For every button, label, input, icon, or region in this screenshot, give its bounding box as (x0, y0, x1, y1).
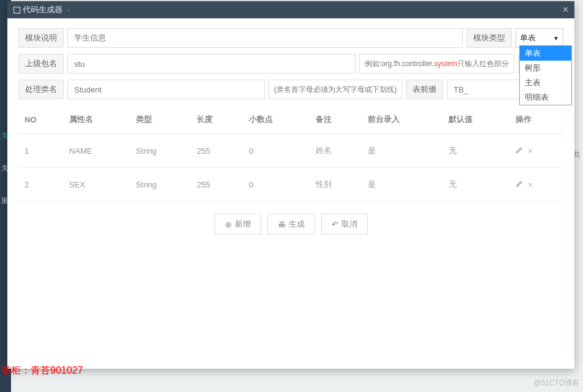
cell-front: 是 (362, 168, 443, 202)
edit-icon[interactable] (516, 146, 523, 156)
cell-len: 255 (191, 168, 243, 202)
table-row: 2SEXString2550性别是无× (18, 168, 563, 202)
dropdown-option[interactable]: 树形 (520, 61, 571, 75)
col-decimal: 小数点 (243, 105, 310, 134)
col-type: 类型 (130, 105, 191, 134)
parent-pkg-input[interactable] (67, 54, 356, 74)
col-attr: 属性名 (63, 105, 130, 134)
dropdown-option[interactable]: 明细表 (520, 90, 571, 105)
cell-decimal: 0 (243, 168, 310, 202)
module-type-dropdown: 单表树形主表明细表 (519, 45, 572, 105)
doc-icon (13, 7, 20, 13)
cell-attr: SEX (63, 168, 130, 202)
parent-pkg-hint: 例如:org.fh.controller.system 只输入红色部分 (359, 54, 514, 74)
cell-no: 1 (18, 134, 63, 168)
module-type-label: 模块类型 (467, 28, 512, 48)
module-type-value: 单表 (520, 32, 536, 43)
modal-header: 代码生成器 › × (7, 1, 574, 18)
watermark-red: 掌柜：青苔901027 (1, 364, 83, 377)
table-prefix-label: 表前缀 (406, 80, 443, 99)
edit-icon[interactable] (516, 180, 523, 189)
add-button[interactable]: ⊕新增 (215, 214, 261, 235)
handler-hint: (类名首字母必须为大写字母或下划线) (269, 80, 402, 99)
parent-pkg-label: 上级包名 (18, 54, 64, 74)
col-front: 前台录入 (362, 105, 443, 134)
code-generator-modal: 代码生成器 › × 模块说明 模块类型 单表 ▼ 上级包名 例如:org.fh.… (7, 1, 574, 369)
table-row: 1NAMEString2550姓名是无× (18, 134, 563, 168)
close-button[interactable]: × (563, 4, 568, 15)
cell-front: 是 (362, 134, 443, 168)
cancel-button[interactable]: ↶取消 (321, 214, 368, 235)
cell-type: String (130, 168, 191, 202)
attributes-table: NO 属性名 类型 长度 小数点 备注 前台录入 默认值 操作 1NAMEStr… (18, 105, 563, 202)
cell-default: 无 (443, 168, 509, 202)
handler-input[interactable] (67, 80, 265, 99)
col-len: 长度 (191, 105, 243, 134)
plus-icon: ⊕ (225, 220, 232, 229)
cell-remark: 性别 (310, 168, 362, 202)
handler-label: 处理类名 (18, 80, 64, 99)
delete-icon[interactable]: × (528, 146, 533, 156)
cell-len: 255 (191, 134, 243, 168)
print-icon: 🖶 (278, 220, 286, 229)
generate-button[interactable]: 🖶生成 (267, 214, 315, 235)
col-default: 默认值 (443, 105, 509, 134)
cell-default: 无 (443, 134, 509, 168)
dropdown-option[interactable]: 单表 (520, 46, 571, 61)
delete-icon[interactable]: × (528, 180, 533, 189)
undo-icon: ↶ (332, 220, 338, 229)
col-no: NO (18, 105, 63, 134)
cell-type: String (130, 134, 191, 168)
module-desc-input[interactable] (67, 28, 463, 48)
chevron-icon: › (67, 6, 70, 13)
col-remark: 备注 (310, 105, 362, 134)
cell-no: 2 (18, 168, 63, 202)
modal-title: 代码生成器 (23, 4, 63, 15)
watermark-gray: @51CTO博客 (533, 378, 579, 388)
dropdown-arrow-icon: ▼ (553, 35, 559, 42)
dropdown-option[interactable]: 主表 (520, 75, 571, 90)
cell-decimal: 0 (243, 134, 310, 168)
cell-remark: 姓名 (310, 134, 362, 168)
module-desc-label: 模块说明 (18, 28, 64, 48)
col-action: 操作 (509, 105, 563, 134)
cell-attr: NAME (63, 134, 130, 168)
